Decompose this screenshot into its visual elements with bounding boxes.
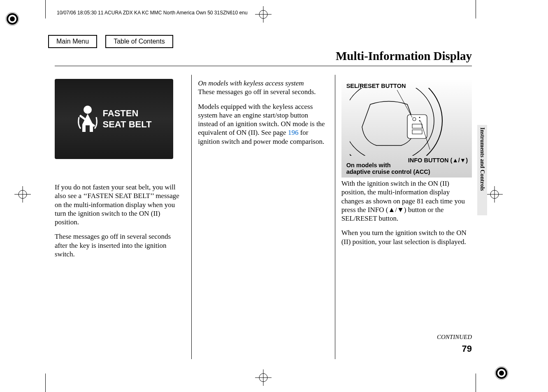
body-text: When you turn the ignition switch to the… <box>341 228 472 246</box>
crop-mark <box>45 0 46 18</box>
content-area: FASTEN SEAT BELT If you do not fasten yo… <box>55 75 472 359</box>
crosshair-icon <box>14 186 31 203</box>
continued-label: CONTINUED <box>437 334 472 341</box>
steering-wheel-icon <box>350 88 457 156</box>
column-2: On models with keyless access system The… <box>191 75 335 359</box>
body-text: These messages go off in several seconds… <box>55 232 185 258</box>
body-text: These messages go off in several seconds… <box>198 88 316 96</box>
svg-rect-23 <box>407 115 427 138</box>
svg-line-27 <box>397 90 412 118</box>
seatbelt-icon <box>77 105 99 134</box>
steering-wheel-diagram: SEL/RESET BUTTON INFO BUTTON (▲/▼) On mo… <box>341 79 472 178</box>
crop-mark <box>476 374 476 392</box>
main-menu-button[interactable]: Main Menu <box>48 35 97 48</box>
crosshair-icon <box>255 6 272 23</box>
column-3: SEL/RESET BUTTON INFO BUTTON (▲/▼) On mo… <box>335 75 472 359</box>
registration-mark-icon <box>5 12 20 26</box>
svg-point-3 <box>10 16 15 21</box>
subheading: On models with keyless access system <box>198 79 304 87</box>
body-text: If you do not fasten your seat belt, you… <box>55 183 185 226</box>
crosshair-icon <box>486 186 503 203</box>
nav-bar: Main Menu Table of Contents <box>48 35 173 48</box>
svg-point-7 <box>499 371 504 376</box>
paragraph: On models with keyless access system The… <box>198 79 328 97</box>
acc-note: On models with adaptive cruise control (… <box>346 162 430 175</box>
document-meta: 10/07/06 18:05:30 11 ACURA ZDX KA KC MMC… <box>57 10 248 16</box>
crop-mark <box>476 0 476 18</box>
section-tab-label: Instruments and Controls <box>479 127 485 191</box>
page-reference-link[interactable]: 196 <box>288 129 299 136</box>
registration-mark-icon <box>494 366 509 380</box>
display-line-2: SEAT BELT <box>103 119 152 130</box>
page-number: 79 <box>462 344 472 354</box>
page-title: Multi-Information Display <box>336 49 472 63</box>
paragraph: Models equipped with the keyless access … <box>198 102 328 146</box>
display-line-1: FASTEN <box>103 108 152 119</box>
fasten-seatbelt-text: FASTEN SEAT BELT <box>103 108 152 130</box>
crop-mark <box>45 374 46 392</box>
toc-button[interactable]: Table of Contents <box>105 35 173 48</box>
body-text: With the ignition switch in the ON (II) … <box>341 179 472 223</box>
divider <box>55 66 472 66</box>
svg-point-20 <box>84 106 92 114</box>
column-1: FASTEN SEAT BELT If you do not fasten yo… <box>55 75 191 359</box>
crosshair-icon <box>255 369 272 386</box>
fasten-seatbelt-display: FASTEN SEAT BELT <box>55 79 173 159</box>
